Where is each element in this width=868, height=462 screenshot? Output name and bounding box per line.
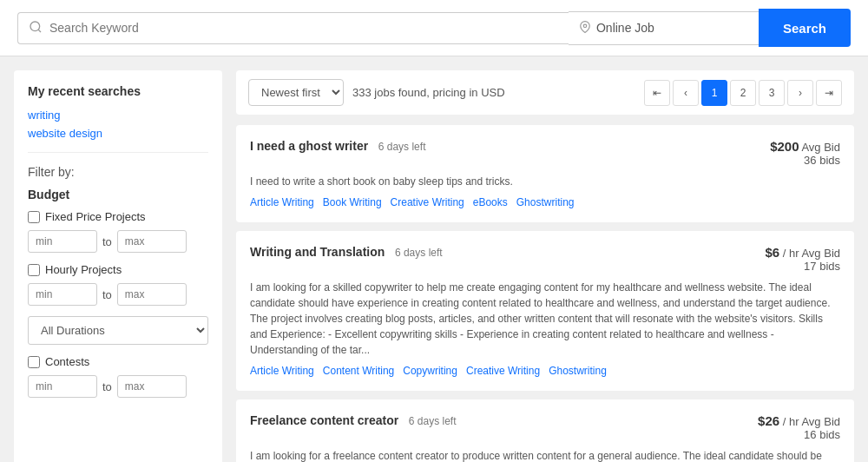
svg-point-2 [583,24,587,27]
contests-label: Contests [45,355,89,368]
job-tag-0-2[interactable]: Creative Writing [391,196,464,208]
job-card-header-0: I need a ghost writer 6 days left $200 A… [250,139,840,167]
left-results: Newest first Oldest first Highest bid Lo… [248,79,505,106]
svg-point-0 [30,22,40,31]
contests-checkbox-row[interactable]: Contests [28,355,208,368]
job-title-area-0: I need a ghost writer 6 days left [250,139,425,153]
results-header: Newest first Oldest first Highest bid Lo… [236,70,854,115]
fixed-max-input[interactable] [117,230,187,253]
search-icon [29,20,43,36]
filter-by-label: Filter by: [28,165,208,179]
page-last-btn[interactable]: ⇥ [816,80,842,106]
job-bid-amount-0: $200 [770,139,799,154]
main-layout: My recent searches writing website desig… [0,56,868,462]
job-card-header-2: Freelance content creator 6 days left $2… [250,413,840,441]
job-bid-amount-1: $6 [765,245,779,260]
job-card-0: I need a ghost writer 6 days left $200 A… [236,125,854,222]
sort-select[interactable]: Newest first Oldest first Highest bid Lo… [248,79,344,106]
job-tag-0-0[interactable]: Article Writing [250,196,314,208]
job-bids-count-1: 17 bids [804,260,840,273]
job-tag-1-2[interactable]: Copywriting [403,365,457,377]
svg-line-1 [38,30,41,32]
job-card-1: Writing and Translation 6 days left $6 /… [236,231,854,391]
job-bid-1: $6 / hr Avg Bid 17 bids [765,245,840,273]
job-tags-0: Article Writing Book Writing Creative Wr… [250,196,840,208]
fixed-price-checkbox-row[interactable]: Fixed Price Projects [28,210,208,223]
page-2-btn[interactable]: 2 [730,80,756,106]
job-tag-1-4[interactable]: Ghostwriting [549,365,607,377]
job-days-1: 6 days left [395,247,443,259]
contests-range: to [28,375,208,398]
job-title-1[interactable]: Writing and Translation [250,245,385,259]
fixed-price-range: to [28,230,208,253]
job-tag-0-1[interactable]: Book Writing [323,196,382,208]
job-tags-1: Article Writing Content Writing Copywrit… [250,365,840,377]
job-title-area-1: Writing and Translation 6 days left [250,245,443,259]
job-tag-1-1[interactable]: Content Writing [323,365,394,377]
job-desc-0: I need to write a short book on baby sle… [250,174,840,189]
job-tag-1-0[interactable]: Article Writing [250,365,314,377]
job-bids-count-0: 36 bids [804,154,840,167]
job-bids-count-2: 16 bids [804,428,840,441]
page-prev-btn[interactable]: ‹ [673,80,699,106]
results-info: 333 jobs found, pricing in USD [352,86,505,99]
job-card-2: Freelance content creator 6 days left $2… [236,399,854,462]
hourly-max-input[interactable] [117,283,187,306]
job-desc-1: I am looking for a skilled copywriter to… [250,280,840,358]
hourly-checkbox-row[interactable]: Hourly Projects [28,263,208,276]
job-bid-type-2: / hr Avg Bid [783,415,840,428]
job-bid-2: $26 / hr Avg Bid 16 bids [758,413,840,441]
to-label-1: to [102,235,112,248]
main-content: Newest first Oldest first Highest bid Lo… [236,70,854,462]
job-bid-type-0: Avg Bid [801,141,840,154]
job-tag-0-4[interactable]: Ghostwriting [516,196,575,208]
job-card-header-1: Writing and Translation 6 days left $6 /… [250,245,840,273]
contests-max-input[interactable] [117,375,187,398]
job-bid-amount-2: $26 [758,413,779,428]
job-bid-type-1: / hr Avg Bid [783,247,840,260]
hourly-label: Hourly Projects [45,263,122,276]
location-input[interactable] [596,21,748,35]
duration-select[interactable]: All Durations [28,316,208,345]
page-1-btn[interactable]: 1 [701,80,727,106]
contests-min-input[interactable] [28,375,97,398]
job-bid-0: $200 Avg Bid 36 bids [770,139,840,167]
page-3-btn[interactable]: 3 [759,80,785,106]
hourly-checkbox[interactable] [28,264,40,276]
job-desc-2: I am looking for a freelance content cre… [250,448,840,462]
search-bar: Search [0,0,868,56]
fixed-min-input[interactable] [28,230,97,253]
job-title-2[interactable]: Freelance content creator [250,413,398,427]
page-next-btn[interactable]: › [787,80,813,106]
page-first-btn[interactable]: ⇤ [644,80,670,106]
location-wrapper [569,11,759,45]
job-tag-1-3[interactable]: Creative Writing [466,365,540,377]
sidebar: My recent searches writing website desig… [14,70,222,462]
pagination: ⇤ ‹ 1 2 3 › ⇥ [644,80,842,106]
fixed-price-checkbox[interactable] [28,211,40,223]
to-label-3: to [102,380,112,393]
job-days-0: 6 days left [378,141,426,153]
contests-checkbox[interactable] [28,356,40,368]
fixed-price-label: Fixed Price Projects [45,210,146,223]
job-tag-0-3[interactable]: eBooks [473,196,508,208]
keyword-input-wrapper [17,12,569,44]
location-icon [579,19,591,37]
hourly-range: to [28,283,208,306]
job-title-0[interactable]: I need a ghost writer [250,139,368,153]
job-days-2: 6 days left [409,415,457,427]
hourly-min-input[interactable] [28,283,97,306]
to-label-2: to [102,288,112,301]
recent-search-item-writing[interactable]: writing [28,109,208,122]
recent-search-item-website-design[interactable]: website design [28,127,208,140]
job-title-area-2: Freelance content creator 6 days left [250,413,457,427]
search-button[interactable]: Search [759,9,851,47]
recent-searches-title: My recent searches [28,84,208,98]
search-input[interactable] [49,21,558,35]
budget-label: Budget [28,188,208,201]
